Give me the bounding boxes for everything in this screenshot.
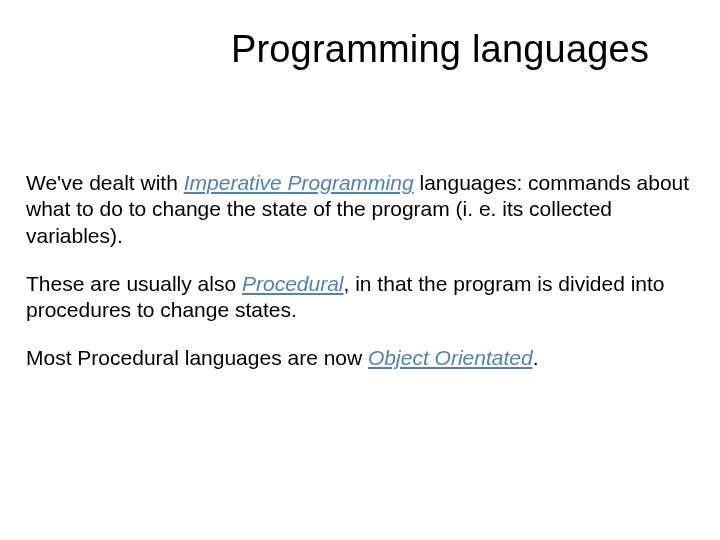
p1-text-1: We've dealt with xyxy=(26,171,184,194)
paragraph-1: We've dealt with Imperative Programming … xyxy=(26,170,694,249)
term-object-orientated: Object Orientated xyxy=(368,346,533,369)
p3-text-2: . xyxy=(533,346,539,369)
p3-text-1: Most Procedural languages are now xyxy=(26,346,368,369)
term-imperative-programming: Imperative Programming xyxy=(184,171,414,194)
slide-body: We've dealt with Imperative Programming … xyxy=(26,170,694,394)
slide-title: Programming languages xyxy=(0,28,720,71)
slide: Programming languages We've dealt with I… xyxy=(0,0,720,540)
paragraph-3: Most Procedural languages are now Object… xyxy=(26,345,694,371)
p2-text-1: These are usually also xyxy=(26,272,242,295)
paragraph-2: These are usually also Procedural, in th… xyxy=(26,271,694,324)
term-procedural: Procedural xyxy=(242,272,344,295)
